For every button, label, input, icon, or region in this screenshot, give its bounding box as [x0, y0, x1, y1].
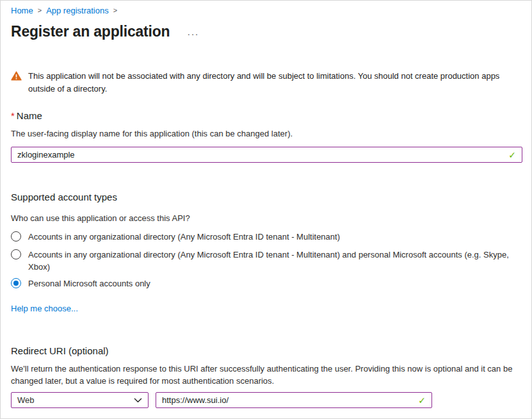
radio-option-personal-only[interactable]: Personal Microsoft accounts only [11, 277, 521, 290]
name-description: The user-facing display name for this ap… [11, 129, 521, 139]
redirect-uri-input[interactable] [162, 393, 418, 407]
register-application-page: Home>App registrations> Register an appl… [0, 0, 532, 419]
radio-option-multitenant-personal[interactable]: Accounts in any organizational directory… [11, 249, 521, 273]
breadcrumb-home-link[interactable]: Home [11, 6, 33, 15]
breadcrumb-separator-icon: > [38, 6, 42, 14]
required-marker: * [11, 110, 15, 121]
radio-option-label: Personal Microsoft accounts only [28, 277, 150, 290]
supported-account-types-section: Supported account types Who can use this… [11, 191, 521, 314]
name-input-box: ✓ [11, 147, 522, 163]
warning-banner: This application will not be associated … [11, 70, 521, 95]
radio-unselected-icon[interactable] [11, 231, 21, 242]
account-types-heading: Supported account types [11, 191, 521, 203]
chevron-down-icon [134, 395, 142, 405]
valid-checkmark-icon: ✓ [418, 396, 426, 405]
redirect-uri-description: We'll return the authentication response… [11, 363, 521, 387]
page-title: Register an application [11, 22, 170, 41]
breadcrumb-separator-icon: > [113, 6, 117, 14]
radio-option-label: Accounts in any organizational directory… [28, 231, 340, 243]
name-input[interactable] [17, 147, 508, 162]
breadcrumb-app-registrations-link[interactable]: App registrations [46, 6, 109, 15]
warning-icon [11, 71, 22, 95]
name-field-label: *Name [11, 110, 521, 122]
redirect-uri-input-box: ✓ [156, 392, 432, 408]
radio-unselected-icon[interactable] [11, 249, 21, 259]
account-types-question: Who can use this application or access t… [11, 213, 521, 224]
help-me-choose-link[interactable]: Help me choose... [11, 304, 78, 313]
warning-text: This application will not be associated … [28, 70, 521, 95]
redirect-uri-heading: Redirect URI (optional) [11, 345, 521, 357]
redirect-uri-row: Web ✓ [11, 392, 521, 408]
name-section: *Name The user-facing display name for t… [11, 110, 521, 163]
name-label: Name [17, 110, 42, 121]
title-row: Register an application ··· [11, 22, 521, 41]
radio-selected-icon[interactable] [11, 278, 21, 288]
breadcrumb: Home>App registrations> [11, 6, 521, 16]
redirect-uri-section: Redirect URI (optional) We'll return the… [11, 345, 521, 408]
valid-checkmark-icon: ✓ [508, 151, 516, 160]
more-options-icon[interactable]: ··· [187, 29, 199, 39]
radio-option-multitenant[interactable]: Accounts in any organizational directory… [11, 231, 521, 243]
platform-select[interactable]: Web [11, 392, 149, 408]
radio-option-label: Accounts in any organizational directory… [28, 249, 520, 273]
platform-select-value: Web [17, 395, 35, 405]
